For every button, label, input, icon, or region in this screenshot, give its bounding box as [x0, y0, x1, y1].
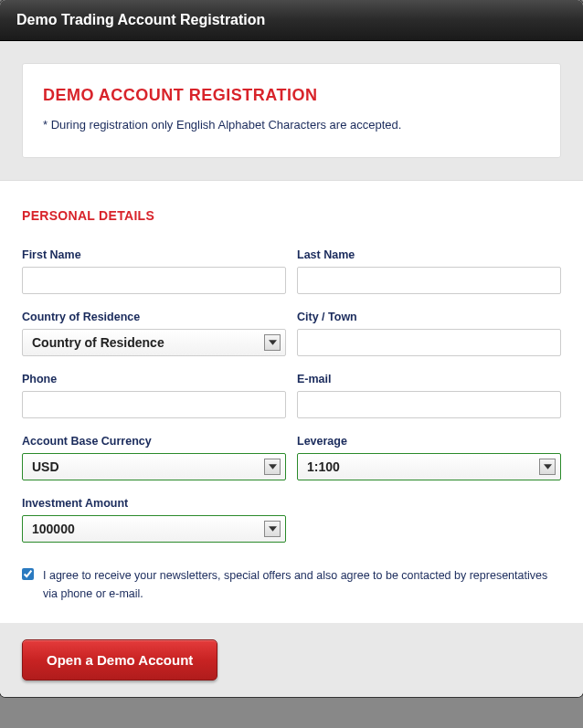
- field-country: Country of Residence Country of Residenc…: [22, 311, 286, 356]
- consent-text: I agree to receive your newsletters, spe…: [43, 566, 561, 603]
- registration-modal: Demo Trading Account Registration DEMO A…: [0, 0, 583, 697]
- field-city: City / Town: [297, 311, 561, 356]
- select-country-value: Country of Residence: [32, 335, 164, 350]
- chevron-down-icon: [264, 334, 281, 351]
- select-currency[interactable]: USD: [22, 453, 286, 480]
- modal-title: Demo Trading Account Registration: [16, 12, 567, 28]
- chevron-down-icon: [539, 459, 556, 475]
- input-email[interactable]: [297, 391, 561, 418]
- input-last-name[interactable]: [297, 267, 561, 294]
- input-city[interactable]: [297, 329, 561, 356]
- field-currency: Account Base Currency USD: [22, 435, 286, 480]
- form-section: PERSONAL DETAILS First Name Last Name Co…: [0, 181, 583, 623]
- checkbox-consent[interactable]: [22, 567, 34, 581]
- modal-footer: Open a Demo Account: [0, 623, 583, 697]
- chevron-down-icon: [264, 459, 281, 475]
- select-leverage[interactable]: 1:100: [297, 453, 561, 480]
- label-city: City / Town: [297, 311, 561, 323]
- select-investment[interactable]: 100000: [22, 515, 286, 543]
- select-leverage-value: 1:100: [307, 459, 340, 474]
- label-currency: Account Base Currency: [22, 435, 286, 448]
- input-first-name[interactable]: [22, 267, 286, 294]
- open-demo-account-button[interactable]: Open a Demo Account: [22, 639, 217, 681]
- chevron-down-icon: [264, 521, 281, 537]
- select-investment-value: 100000: [32, 522, 75, 536]
- info-heading: DEMO ACCOUNT REGISTRATION: [43, 86, 540, 105]
- info-note: * During registration only English Alpha…: [43, 118, 540, 132]
- consent-row: I agree to receive your newsletters, spe…: [22, 566, 561, 603]
- info-box: DEMO ACCOUNT REGISTRATION * During regis…: [22, 63, 561, 158]
- field-first-name: First Name: [22, 248, 286, 294]
- field-email: E-mail: [297, 373, 561, 418]
- modal-header: Demo Trading Account Registration: [0, 0, 583, 41]
- label-country: Country of Residence: [22, 311, 286, 323]
- form-grid: First Name Last Name Country of Residenc…: [22, 248, 561, 543]
- field-phone: Phone: [22, 373, 286, 418]
- label-last-name: Last Name: [297, 248, 561, 261]
- label-phone: Phone: [22, 373, 286, 385]
- label-leverage: Leverage: [297, 435, 561, 448]
- input-phone[interactable]: [22, 391, 286, 418]
- section-title: PERSONAL DETAILS: [22, 208, 561, 223]
- field-investment: Investment Amount 100000: [22, 497, 286, 543]
- select-country[interactable]: Country of Residence: [22, 329, 286, 356]
- label-email: E-mail: [297, 373, 561, 385]
- field-leverage: Leverage 1:100: [297, 435, 561, 480]
- field-last-name: Last Name: [297, 248, 561, 294]
- info-panel: DEMO ACCOUNT REGISTRATION * During regis…: [0, 41, 583, 181]
- label-investment: Investment Amount: [22, 497, 286, 510]
- select-currency-value: USD: [32, 459, 59, 474]
- label-first-name: First Name: [22, 248, 286, 261]
